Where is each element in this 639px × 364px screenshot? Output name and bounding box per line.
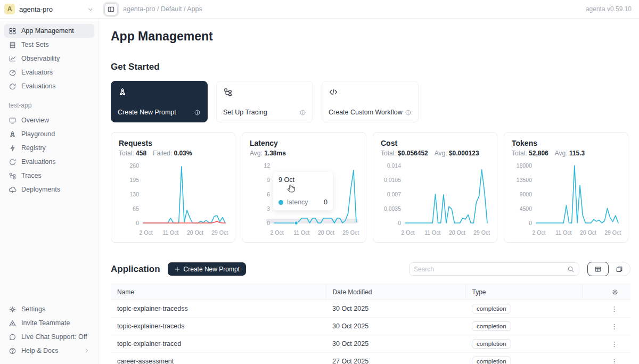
tooltip-value: 0 [315, 198, 327, 206]
sidebar-item-label: Evaluators [21, 69, 53, 76]
cell-type: completion [465, 335, 582, 353]
card-label: Create Custom Workflow [329, 109, 403, 116]
sidebar-item-label: Help & Docs [21, 347, 58, 354]
page-title: App Management [111, 29, 639, 44]
sidebar-item-label: Live Chat Support: Off [21, 333, 87, 341]
get-started-card-create-new-prompt[interactable]: Create New Prompt [111, 81, 208, 122]
top-bar: A agenta-pro agenta-pro / Default / Apps… [0, 0, 639, 19]
card-view-button[interactable] [609, 262, 630, 276]
row-menu-button[interactable]: ⋮ [582, 318, 630, 335]
column-settings[interactable] [582, 284, 630, 300]
svg-text:20 Oct: 20 Oct [580, 229, 596, 236]
create-new-prompt-button[interactable]: Create New Prompt [168, 262, 246, 276]
sidebar-item-help-docs[interactable]: Help & Docs [4, 344, 94, 358]
view-toggle [587, 262, 630, 276]
sidebar-item-evaluations[interactable]: Evaluations [4, 79, 94, 93]
breadcrumb[interactable]: agenta-pro / Default / Apps [123, 5, 202, 13]
sidebar-item-label: App Management [21, 27, 74, 35]
sidebar-item-label: Settings [21, 305, 45, 313]
get-started-card-set-up-tracing[interactable]: Set Up Tracing [216, 81, 313, 122]
table-row[interactable]: topic-explainer-traceds30 Oct 2025comple… [111, 318, 630, 335]
table-view-button[interactable] [587, 262, 609, 276]
metric-card-tokens: TokensTotal: 52,806Avg: 115.304500900013… [504, 132, 628, 243]
sidebar-collapse-button[interactable] [104, 3, 118, 15]
svg-text:11 Oct: 11 Oct [162, 229, 178, 236]
svg-text:20 Oct: 20 Oct [187, 229, 203, 236]
sidebar-item-overview[interactable]: Overview [4, 113, 94, 127]
svg-text:2 Oct: 2 Oct [532, 229, 546, 236]
refresh-icon [9, 158, 17, 166]
sidebar-item-registry[interactable]: Registry [4, 141, 94, 155]
table-view-icon [594, 266, 602, 273]
table-row[interactable]: topic-explainer-tracedss30 Oct 2025compl… [111, 300, 630, 318]
column-header-date-modified[interactable]: Date Modified [326, 284, 465, 300]
svg-text:20 Oct: 20 Oct [449, 229, 465, 236]
search-box [409, 262, 579, 276]
table-row[interactable]: career-assessment27 Oct 2025completion⋮ [111, 353, 630, 364]
row-menu-button[interactable]: ⋮ [582, 353, 630, 364]
sidebar-item-live-chat-support-off[interactable]: Live Chat Support: Off [4, 330, 94, 344]
svg-text:0: 0 [398, 220, 401, 226]
column-header-name[interactable]: Name [111, 284, 326, 300]
metric-stat: Failed: 0.03% [153, 150, 192, 157]
chartline-icon [9, 55, 17, 63]
search-icon [567, 266, 575, 273]
svg-text:13500: 13500 [517, 177, 532, 183]
svg-text:0.0105: 0.0105 [384, 177, 401, 183]
sidebar-item-evaluations[interactable]: Evaluations [4, 155, 94, 169]
lightning-icon [9, 144, 17, 152]
chevron-down-icon [87, 6, 94, 13]
sidebar-app-nav: OverviewPlaygroundRegistryEvaluationsTra… [4, 113, 94, 196]
table-header-row: NameDate ModifiedType [111, 284, 630, 300]
cell-name: topic-explainer-traced [111, 335, 326, 353]
metric-stat: Avg: 115.3 [555, 150, 585, 157]
row-menu-button[interactable]: ⋮ [582, 300, 630, 318]
type-badge: completion [472, 339, 511, 349]
sidebar-item-deployments[interactable]: Deployments [4, 183, 94, 196]
sidebar-item-label: Deployments [21, 186, 60, 193]
tokens-chart[interactable]: 04500900013500180002 Oct11 Oct20 Oct29 O… [512, 160, 621, 240]
get-started-cards: Create New PromptSet Up TracingCreate Cu… [111, 81, 639, 122]
workspace-selector[interactable]: A agenta-pro [0, 4, 99, 14]
application-header: Application Create New Prompt [111, 262, 639, 276]
svg-text:6: 6 [267, 191, 270, 197]
search-input[interactable] [414, 266, 567, 273]
chat-icon [9, 333, 17, 341]
svg-text:3: 3 [267, 205, 270, 212]
svg-text:11 Oct: 11 Oct [424, 229, 440, 236]
grid-icon [9, 27, 17, 35]
sidebar-item-label: Evaluations [21, 82, 56, 90]
sidebar-item-playground[interactable]: Playground [4, 127, 94, 141]
sidebar-item-settings[interactable]: Settings [4, 302, 94, 316]
sidebar-item-evaluators[interactable]: Evaluators [4, 65, 94, 79]
sidebar-item-app-management[interactable]: App Management [4, 24, 94, 38]
sidebar-item-test-sets[interactable]: Test Sets [4, 38, 94, 52]
table-row[interactable]: topic-explainer-traced30 Oct 2025complet… [111, 335, 630, 353]
monitor-icon [9, 117, 17, 125]
svg-text:195: 195 [129, 177, 139, 183]
app-version: agenta v0.59.10 [586, 5, 639, 13]
cost-chart[interactable]: 00.00350.0070.01050.0142 Oct11 Oct20 Oct… [381, 160, 490, 240]
info-icon [299, 109, 306, 116]
column-header-type[interactable]: Type [465, 284, 582, 300]
cell-name: topic-explainer-traceds [111, 318, 326, 335]
sidebar-footer-nav: SettingsInvite TeammateLive Chat Support… [4, 302, 94, 358]
cell-date: 30 Oct 2025 [326, 318, 465, 335]
metric-stat: Total: 458 [119, 150, 146, 157]
traces-icon [9, 172, 17, 180]
tooltip-date: 9 Oct [278, 176, 327, 184]
svg-text:2 Oct: 2 Oct [140, 229, 153, 236]
requests-chart[interactable]: 0651301952602 Oct11 Oct20 Oct29 Oct [119, 160, 228, 240]
metric-stat: Avg: $0.000123 [435, 150, 479, 157]
cell-type: completion [465, 353, 582, 364]
svg-text:29 Oct: 29 Oct [473, 229, 490, 236]
sidebar-item-invite-teammate[interactable]: Invite Teammate [4, 316, 94, 330]
get-started-card-create-custom-workflow[interactable]: Create Custom Workflow [322, 81, 419, 122]
row-menu-button[interactable]: ⋮ [582, 335, 630, 353]
chevron-right-icon [84, 348, 90, 354]
sidebar-item-label: Evaluations [21, 158, 56, 166]
svg-text:2 Oct: 2 Oct [402, 229, 415, 236]
sidebar-item-observability[interactable]: Observability [4, 52, 94, 65]
sidebar-item-traces[interactable]: Traces [4, 169, 94, 183]
stat-value: 1.38ms [264, 150, 286, 157]
